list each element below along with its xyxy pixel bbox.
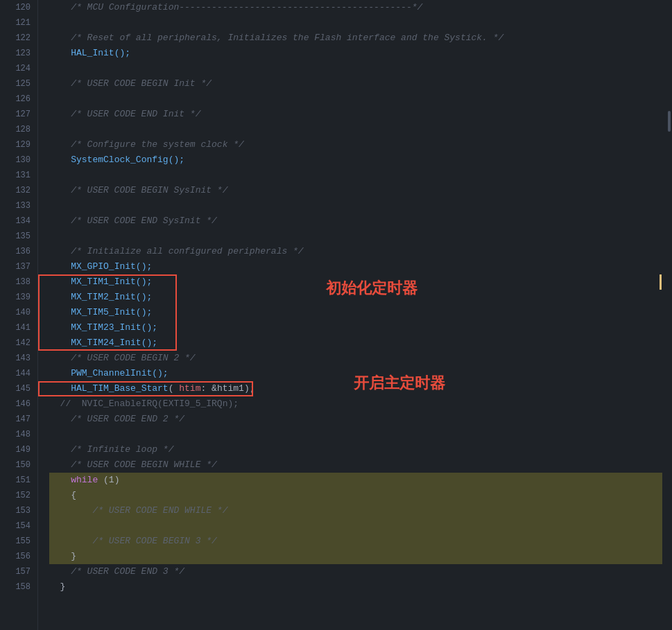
- code-line-128: [49, 122, 672, 137]
- line-number-137: 137: [0, 259, 31, 274]
- scrollbar-thumb[interactable]: [668, 111, 671, 132]
- code-line-153: /* USER CODE END WHILE */: [49, 503, 672, 518]
- line-number-125: 125: [0, 76, 31, 91]
- line-number-143: 143: [0, 351, 31, 366]
- code-line-150: /* USER CODE BEGIN WHILE */: [49, 457, 672, 473]
- code-line-149: /* Infinite loop */: [49, 442, 672, 457]
- line-number-123: 123: [0, 46, 31, 61]
- code-line-120: /* MCU Configuration--------------------…: [49, 0, 672, 15]
- line-number-136: 136: [0, 244, 31, 259]
- line-number-138: 138: [0, 274, 31, 290]
- line-number-156: 156⊖: [0, 549, 31, 564]
- code-line-124: [49, 61, 672, 76]
- code-line-132: /* USER CODE BEGIN SysInit */: [49, 183, 672, 198]
- code-line-122: /* Reset of all peripherals, Initializes…: [49, 30, 672, 46]
- line-number-145: 145: [0, 381, 31, 396]
- line-number-133: 133: [0, 198, 31, 213]
- line-number-151: 151⊖: [0, 473, 31, 488]
- code-line-141: MX_TIM23_Init();: [49, 320, 672, 335]
- line-number-131: 131: [0, 168, 31, 183]
- line-number-132: 132: [0, 183, 31, 198]
- line-numbers: 1201211221231241251261271281291301311321…: [0, 0, 38, 630]
- code-line-154: [49, 518, 672, 534]
- code-line-152: {: [49, 488, 672, 503]
- code-line-140: MX_TIM5_Init();: [49, 305, 672, 320]
- code-line-157: /* USER CODE END 3 */: [49, 564, 672, 579]
- code-line-139: MX_TIM2_Init();: [49, 290, 672, 305]
- line-number-130: 130: [0, 152, 31, 168]
- code-line-158: }: [49, 579, 672, 595]
- code-line-121: [49, 15, 672, 30]
- code-line-145: HAL_TIM_Base_Start( htim: &htim1);: [49, 381, 672, 396]
- code-line-127: /* USER CODE END Init */: [49, 107, 672, 122]
- line-number-148: 148: [0, 427, 31, 442]
- line-number-126: 126: [0, 91, 31, 107]
- line-number-144: 144: [0, 366, 31, 381]
- code-line-138: MX_TIM1_Init();: [49, 274, 672, 290]
- code-editor: 1201211221231241251261271281291301311321…: [0, 0, 672, 630]
- code-line-146: // NVIC_EnableIRQ(EXTI9_5_IRQn);: [49, 396, 672, 412]
- code-line-123: HAL_Init();: [49, 46, 672, 61]
- line-number-158: 158⊖: [0, 579, 31, 595]
- code-area[interactable]: /* MCU Configuration--------------------…: [38, 0, 672, 630]
- line-number-150: 150: [0, 457, 31, 473]
- code-line-135: [49, 229, 672, 244]
- code-line-137: MX_GPIO_Init();: [49, 259, 672, 274]
- line-number-142: 142: [0, 335, 31, 351]
- code-line-134: /* USER CODE END SysInit */: [49, 213, 672, 229]
- line-number-154: 154: [0, 518, 31, 534]
- scrollbar[interactable]: [662, 0, 672, 630]
- line-number-152: 152: [0, 488, 31, 503]
- line-number-139: 139: [0, 290, 31, 305]
- line-number-141: 141: [0, 320, 31, 335]
- code-line-155: /* USER CODE BEGIN 3 */: [49, 534, 672, 549]
- yellow-mark: [660, 274, 662, 290]
- code-line-148: [49, 427, 672, 442]
- line-number-146: 146: [0, 396, 31, 412]
- code-line-151: while (1): [49, 473, 672, 488]
- line-number-135: 135: [0, 229, 31, 244]
- code-line-126: [49, 91, 672, 107]
- code-line-131: [49, 168, 672, 183]
- code-line-125: /* USER CODE BEGIN Init */: [49, 76, 672, 91]
- code-line-136: /* Initialize all configured peripherals…: [49, 244, 672, 259]
- line-number-153: 153: [0, 503, 31, 518]
- code-line-144: PWM_ChannelInit();: [49, 366, 672, 381]
- code-line-143: /* USER CODE BEGIN 2 */: [49, 351, 672, 366]
- line-number-128: 128: [0, 122, 31, 137]
- line-number-134: 134: [0, 213, 31, 229]
- line-number-147: 147: [0, 412, 31, 427]
- code-line-133: [49, 198, 672, 213]
- line-number-127: 127: [0, 107, 31, 122]
- line-number-121: 121: [0, 15, 31, 30]
- line-number-149: 149: [0, 442, 31, 457]
- line-number-122: 122: [0, 30, 31, 46]
- code-line-156: }: [49, 549, 672, 564]
- code-line-142: MX_TIM24_Init();: [49, 335, 672, 351]
- line-number-155: 155: [0, 534, 31, 549]
- code-line-129: /* Configure the system clock */: [49, 137, 672, 152]
- line-number-129: 129: [0, 137, 31, 152]
- line-number-120: 120: [0, 0, 31, 15]
- code-line-130: SystemClock_Config();: [49, 152, 672, 168]
- line-number-124: 124: [0, 61, 31, 76]
- code-line-147: /* USER CODE END 2 */: [49, 412, 672, 427]
- line-number-140: 140: [0, 305, 31, 320]
- line-number-157: 157: [0, 564, 31, 579]
